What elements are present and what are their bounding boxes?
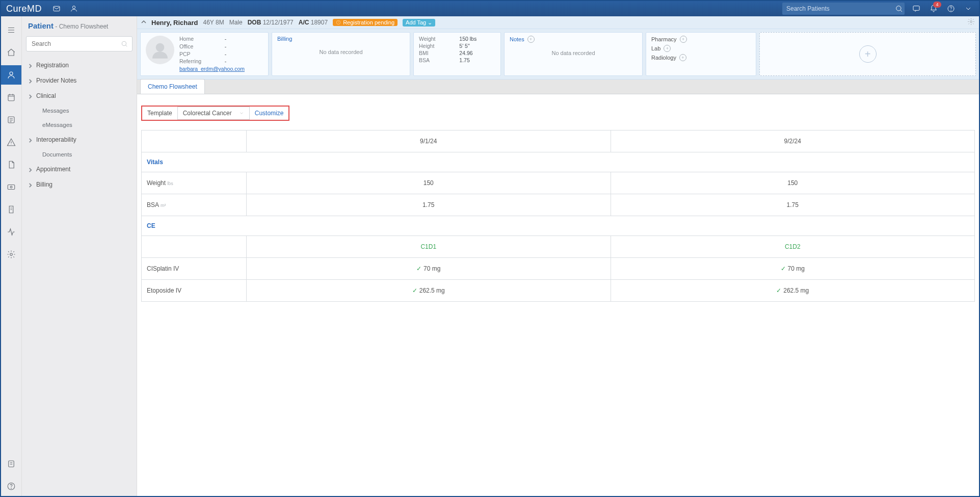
summary-cards: Home- Office- PCP- Referring- barbara_er… bbox=[137, 29, 979, 80]
patient-age: 46Y 8M bbox=[203, 19, 224, 26]
table-header-blank bbox=[142, 130, 247, 152]
svg-point-14 bbox=[11, 488, 12, 488]
flowsheet-table: 9/1/24 9/2/24 Vitals Weightlbs 150 150 B… bbox=[141, 130, 975, 302]
svg-point-17 bbox=[970, 21, 972, 23]
card-notes: Notes+ No data recorded bbox=[504, 32, 643, 76]
card-notes-empty: No data recorded bbox=[510, 50, 637, 56]
help-icon[interactable] bbox=[945, 3, 957, 14]
rail-activity-icon[interactable] bbox=[1, 222, 21, 242]
etoposide-d2: ✓262.5 mg bbox=[611, 280, 975, 302]
user-icon[interactable] bbox=[68, 3, 80, 14]
contact-referring-value: - bbox=[225, 58, 245, 65]
row-etoposide: Etoposide IV ✓262.5 mg ✓262.5 mg bbox=[142, 280, 975, 302]
chevron-right-icon bbox=[28, 182, 33, 189]
nav-appointment[interactable]: Appointment bbox=[22, 162, 137, 177]
chat-icon[interactable] bbox=[911, 3, 922, 14]
contact-office-value: - bbox=[225, 43, 245, 50]
template-selected: Colorectal Cancer bbox=[183, 110, 232, 117]
link-lab: Lab bbox=[651, 45, 660, 51]
add-note-icon[interactable]: + bbox=[527, 36, 535, 43]
nav-documents[interactable]: Documents bbox=[22, 147, 137, 162]
search-icon[interactable] bbox=[893, 3, 905, 14]
add-radiology-icon[interactable]: + bbox=[679, 54, 686, 61]
sidenav-section: Patient bbox=[28, 21, 54, 30]
check-icon: ✓ bbox=[416, 265, 421, 272]
chevron-right-icon bbox=[28, 93, 33, 100]
gear-icon[interactable] bbox=[967, 18, 975, 27]
nav-registration[interactable]: Registration bbox=[22, 58, 137, 73]
sidenav-search[interactable] bbox=[26, 36, 133, 51]
nav-messages[interactable]: Messages bbox=[22, 103, 137, 118]
bsa-d2: 1.75 bbox=[611, 194, 975, 216]
content: Template Colorectal Cancer Customize 9/1… bbox=[137, 94, 979, 496]
link-pharmacy: Pharmacy bbox=[651, 36, 677, 42]
rail-help-icon[interactable] bbox=[1, 477, 21, 496]
rail-document-icon[interactable] bbox=[1, 155, 21, 174]
plus-icon[interactable]: + bbox=[859, 45, 877, 63]
contact-home-value: - bbox=[225, 36, 245, 42]
contact-home-label: Home bbox=[179, 36, 220, 42]
template-select[interactable]: Colorectal Cancer bbox=[177, 107, 250, 120]
sidenav-list: Registration Provider Notes Clinical Mes… bbox=[22, 56, 137, 194]
svg-rect-12 bbox=[9, 461, 14, 467]
weight-d1: 150 bbox=[247, 172, 611, 194]
rail-calendar-icon[interactable] bbox=[1, 88, 21, 107]
main: Henry, Richard 46Y 8M Male DOB 12/12/197… bbox=[137, 16, 979, 496]
template-chooser: Template Colorectal Cancer Customize bbox=[141, 106, 289, 121]
template-label: Template bbox=[142, 107, 177, 120]
svg-point-10 bbox=[10, 186, 12, 188]
vitals-weight: 150 lbs bbox=[459, 36, 495, 42]
collapse-icon[interactable] bbox=[141, 19, 146, 26]
brand-post: MD bbox=[27, 4, 42, 14]
customize-link[interactable]: Customize bbox=[250, 107, 289, 119]
rail-billing-icon[interactable] bbox=[1, 177, 21, 197]
nav-provider-notes[interactable]: Provider Notes bbox=[22, 73, 137, 88]
etoposide-d1: ✓262.5 mg bbox=[247, 280, 611, 302]
patient-ac: 18907 bbox=[311, 19, 328, 26]
section-vitals: Vitals bbox=[142, 152, 975, 172]
chevron-right-icon bbox=[28, 137, 33, 144]
rail-alert-icon[interactable] bbox=[1, 133, 21, 152]
patient-search-input[interactable] bbox=[782, 5, 893, 12]
avatar bbox=[146, 36, 174, 64]
rail-home-icon[interactable] bbox=[1, 43, 21, 62]
chevron-right-icon bbox=[28, 63, 33, 70]
svg-rect-9 bbox=[8, 185, 15, 190]
chevron-right-icon bbox=[28, 78, 33, 85]
nav-emessages[interactable]: eMessages bbox=[22, 118, 137, 132]
card-add[interactable]: + bbox=[759, 32, 976, 76]
tab-chemo-flowsheet[interactable]: Chemo Flowsheet bbox=[140, 79, 205, 94]
rail-report-icon[interactable] bbox=[1, 200, 21, 219]
mail-icon[interactable] bbox=[51, 3, 62, 14]
contact-email-link[interactable]: barbara_erdm@yahoo.com bbox=[179, 66, 245, 72]
add-lab-icon[interactable]: + bbox=[664, 45, 671, 52]
patient-dob: 12/12/1977 bbox=[263, 19, 294, 26]
table-header-date-2: 9/2/24 bbox=[611, 130, 975, 152]
nav-clinical[interactable]: Clinical bbox=[22, 88, 137, 103]
rail-list-icon[interactable] bbox=[1, 110, 21, 129]
nav-billing[interactable]: Billing bbox=[22, 177, 137, 192]
registration-status-badge[interactable]: Registration pending bbox=[333, 19, 398, 26]
add-pharmacy-icon[interactable]: + bbox=[680, 36, 687, 43]
rail-menu-icon[interactable] bbox=[1, 20, 21, 40]
vitals-height: 5' 5" bbox=[459, 43, 495, 49]
rail-patient-icon[interactable] bbox=[1, 65, 21, 85]
svg-point-1 bbox=[72, 6, 75, 9]
card-contact: Home- Office- PCP- Referring- barbara_er… bbox=[140, 32, 269, 76]
patient-search[interactable] bbox=[782, 3, 905, 15]
card-vitals: Weight150 lbs Height5' 5" BMI24.96 BSA1.… bbox=[413, 32, 501, 76]
sidenav-search-input[interactable] bbox=[31, 40, 121, 48]
add-tag-button[interactable]: Add Tag ⌄ bbox=[403, 19, 435, 27]
svg-point-2 bbox=[896, 6, 901, 11]
nav-interoperability[interactable]: Interoperability bbox=[22, 132, 137, 147]
check-icon: ✓ bbox=[412, 287, 417, 294]
notification-badge: 4 bbox=[933, 2, 941, 8]
brand-logo[interactable]: CureMD bbox=[6, 4, 42, 14]
rail-notes-icon[interactable] bbox=[1, 454, 21, 474]
contact-pcp-value: - bbox=[225, 51, 245, 58]
user-menu-chevron-icon[interactable] bbox=[963, 3, 974, 14]
rail-settings-icon[interactable] bbox=[1, 245, 21, 264]
notifications-icon[interactable]: 4 bbox=[928, 3, 939, 14]
patient-bar: Henry, Richard 46Y 8M Male DOB 12/12/197… bbox=[137, 16, 979, 29]
check-icon: ✓ bbox=[776, 287, 781, 294]
